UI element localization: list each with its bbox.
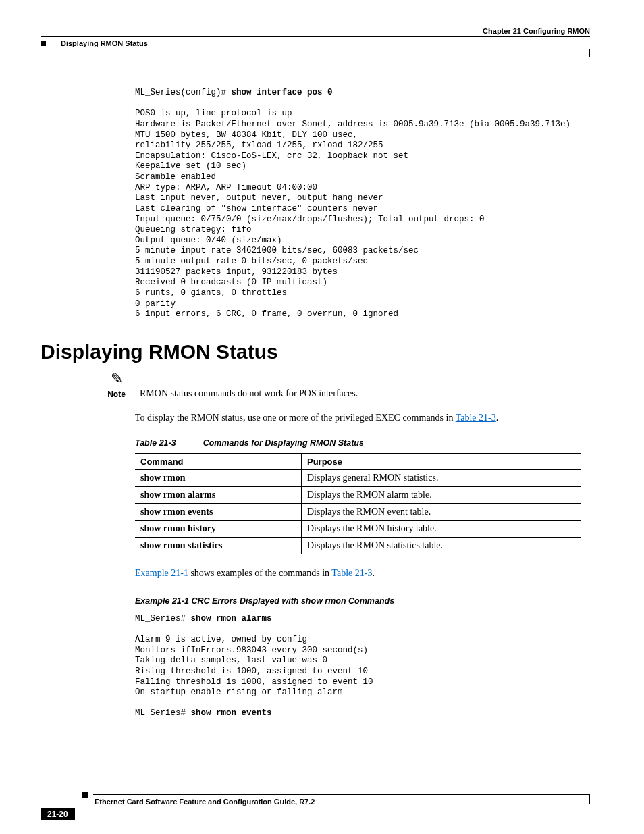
footer-edge-marker-icon <box>589 795 590 804</box>
cli-command: show rmon events <box>191 708 272 718</box>
col-header-purpose: Purpose <box>302 453 581 469</box>
cli-prompt: ML_Series# <box>135 708 191 718</box>
cli-output-1: ML_Series(config)# show interface pos 0 … <box>135 88 590 320</box>
page-number: 21-20 <box>41 808 75 820</box>
cli-command: show interface pos 0 <box>232 88 333 97</box>
example-ref-paragraph: Example 21-1 shows examples of the comma… <box>135 568 590 579</box>
commands-table: Command Purpose show rmonDisplays genera… <box>135 453 581 554</box>
cli-output-body: Alarm 9 is active, owned by config Monit… <box>135 635 373 697</box>
cli-output-2: ML_Series# show rmon alarms Alarm 9 is a… <box>135 614 590 719</box>
header-edge-marker-icon <box>589 49 590 57</box>
table-link-2[interactable]: Table 21-3 <box>331 568 372 578</box>
note-text: RMON status commands do not work for POS… <box>140 384 590 399</box>
table-row: show rmon historyDisplays the RMON histo… <box>135 520 581 537</box>
table-row: show rmonDisplays general RMON statistic… <box>135 469 581 486</box>
cli-command: show rmon alarms <box>191 614 272 623</box>
example-link[interactable]: Example 21-1 <box>135 568 188 578</box>
table-caption: Table 21-3Commands for Displaying RMON S… <box>135 438 590 448</box>
table-row: show rmon statisticsDisplays the RMON st… <box>135 537 581 554</box>
example-caption: Example 21-1 CRC Errors Displayed with s… <box>135 596 590 606</box>
note-label: Note <box>107 390 126 399</box>
cli-output-body: POS0 is up, line protocol is up Hardware… <box>135 109 570 319</box>
cli-prompt: ML_Series(config)# <box>135 88 232 97</box>
col-header-command: Command <box>135 453 302 469</box>
pencil-note-icon: ✎ <box>111 371 123 386</box>
table-link[interactable]: Table 21-3 <box>456 413 496 423</box>
book-title: Ethernet Card Software Feature and Confi… <box>95 798 590 806</box>
chapter-header: Chapter 21 Configuring RMON <box>483 27 590 35</box>
note-block: ✎ Note RMON status commands do not work … <box>101 371 590 399</box>
table-row: show rmon alarmsDisplays the RMON alarm … <box>135 486 581 503</box>
footer-marker-icon <box>82 792 88 798</box>
section-header: Displaying RMON Status <box>61 39 148 47</box>
header-marker-icon <box>41 41 46 46</box>
section-heading: Displaying RMON Status <box>41 340 590 363</box>
table-row: show rmon eventsDisplays the RMON event … <box>135 503 581 520</box>
cli-prompt: ML_Series# <box>135 614 191 623</box>
intro-paragraph: To display the RMON status, use one or m… <box>135 413 590 423</box>
